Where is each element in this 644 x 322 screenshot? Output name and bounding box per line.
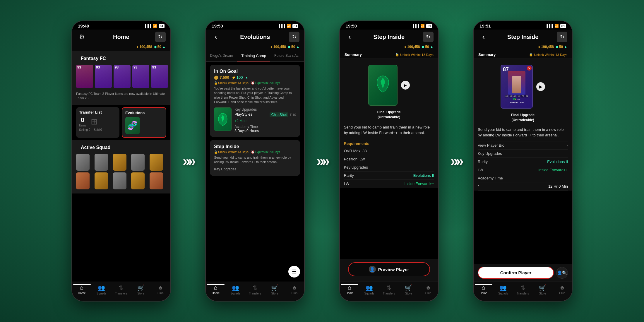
scroll-content-2: In On Goal ⬤ 7,500 ⚡ 100 ▲ (206, 62, 304, 282)
lock-icon-3: 🔓 (395, 53, 399, 56)
bottom-nav-4: ⌂ Home 👥 Squads ⇅ Transfers 🛒 Store ♣ (474, 282, 572, 301)
phones-container: 19:49 ▐▐▐ 📶 61 ⚙ Home ↻ ● 190,458 ◆ (71, 20, 573, 302)
key-upgrades-key: Key Upgrades (478, 151, 502, 156)
currency-bar-3: ● 190,458 ◆ 50 ▲ (340, 44, 438, 51)
nav-bar-1: ⚙ Home ↻ (72, 30, 170, 44)
back-icon-2[interactable]: ‹ (210, 32, 221, 42)
preview-btn-container: 👤 Preview Player (340, 259, 438, 282)
lock-icon-4: 🔓 (529, 53, 533, 56)
nav-squads-3[interactable]: 👥 Squads (359, 284, 379, 295)
nav-club-2[interactable]: ♣ Club (285, 284, 304, 295)
nav-club-1[interactable]: ♣ Club (151, 284, 170, 295)
battery-icon-2: 61 (292, 24, 298, 28)
player-card-2: 93 (114, 65, 131, 88)
refresh-icon-1[interactable]: ↻ (155, 32, 166, 42)
squad-p-10 (150, 172, 163, 189)
upgrades-label-1: Key Upgrades (234, 107, 296, 112)
evolutions-card[interactable]: Evolutions 🧬 (122, 107, 166, 138)
status-icons-1: ▐▐▐ 📶 61 (144, 24, 165, 28)
nav-home-4[interactable]: ⌂ Home (474, 284, 493, 295)
card-showcase-4: ✕ 87 88 90 88 91 70 84 (474, 59, 572, 113)
refresh-icon-4[interactable]: ↻ (557, 32, 567, 42)
refresh-icon-2[interactable]: ↻ (289, 32, 299, 42)
step-content-3: Send your kid to camp and train them in … (340, 123, 438, 188)
status-icons-4: ▐▐▐ 📶 61 (545, 24, 566, 28)
nav-home-3[interactable]: ⌂ Home (340, 284, 359, 295)
evolutions-icon: 🧬 (125, 117, 140, 134)
refresh-icon-3[interactable]: ↻ (423, 32, 434, 42)
confirm-player-button[interactable]: Confirm Player (478, 267, 554, 279)
squads-label-2: Squads (230, 292, 240, 295)
coin-icon-2: ● (270, 45, 272, 49)
dna-icon: 🧬 (127, 121, 138, 130)
lock-icon-1: 🔓 (214, 81, 217, 85)
coin-icon-3: ● (404, 45, 406, 49)
scroll-content-4: Send your kid to camp and train them in … (474, 125, 572, 264)
summary-label-3: Summary (345, 52, 362, 57)
status-time-3: 19:50 (346, 23, 357, 28)
nav-club-3[interactable]: ♣ Club (419, 284, 438, 295)
unlock-badge-3: 🔓 Unlock Within: 13 Days (395, 53, 434, 56)
nav-bar-4: ‹ Step Inside ↻ (474, 30, 572, 44)
nav-store-2[interactable]: 🛒 Store (265, 284, 285, 295)
play-btn-3[interactable]: ▶ (401, 81, 410, 90)
stat-def: 70 (521, 95, 525, 97)
transfer-card[interactable]: Transfer List 0 Items ⊞ Selling 0 Sold 0 (76, 107, 119, 138)
tab-training-camp[interactable]: Training Camp (237, 51, 270, 61)
nav-store-1[interactable]: 🛒 Store (131, 284, 151, 295)
coin-amount-3: ● 190,458 (404, 45, 420, 49)
nav-squads-2[interactable]: 👥 Squads (226, 284, 245, 295)
squads-label-1: Squads (97, 292, 107, 295)
nav-squads-4[interactable]: 👥 Squads (493, 284, 513, 295)
view-bio-row[interactable]: View Player Bio › (478, 141, 568, 150)
tab-future-stars[interactable]: Future Stars Ac... (270, 51, 304, 61)
points-icon: ⚡ (232, 76, 236, 80)
squads-icon-2: 👥 (232, 284, 239, 291)
page-title-2: Evolutions (221, 34, 289, 40)
status-bar-1: 19:49 ▐▐▐ 📶 61 (72, 21, 170, 30)
stat-sho: 90 (509, 95, 512, 97)
nav-club-4[interactable]: ♣ Club (552, 284, 572, 295)
nav-transfers-1[interactable]: ⇅ Transfers (111, 284, 131, 295)
tab-diegos-dream[interactable]: Diego's Dream (206, 51, 237, 61)
store-label-2: Store (271, 292, 278, 295)
currency-bar-1: ● 190,458 ◆ 50 ▲ (72, 44, 170, 51)
stat-pas: 88 (513, 95, 516, 97)
transfers-icon-3: ⇅ (386, 284, 391, 291)
search-player-button[interactable]: 👤🔍 (556, 267, 568, 279)
wifi-icon-3: 📶 (420, 24, 425, 28)
nav-home-2[interactable]: ⌂ Home (206, 284, 225, 295)
player-body (512, 76, 521, 93)
player-name-card: Samuel Lino (510, 101, 524, 104)
nav-store-4[interactable]: 🛒 Store (533, 284, 552, 295)
evo-title-2: Step Inside (214, 144, 296, 149)
gear-icon[interactable]: ⚙ (77, 32, 87, 42)
back-icon-4[interactable]: ‹ (478, 32, 489, 42)
nav-transfers-3[interactable]: ⇅ Transfers (379, 284, 399, 295)
nav-home-1[interactable]: ⌂ Home (72, 284, 92, 295)
preview-player-button[interactable]: 👤 Preview Player (348, 262, 430, 276)
nav-transfers-2[interactable]: ⇅ Transfers (245, 284, 265, 295)
lw-val: Inside Forward++ (405, 181, 434, 186)
arrow-1: »» (183, 154, 193, 168)
transfers-label-1: Transfers (115, 292, 127, 295)
req-row-pos: Position: LW (344, 155, 434, 163)
transfer-items-num: 0 (79, 116, 86, 124)
upgrades-label-2: Key Upgrades (214, 167, 296, 171)
transfers-icon-1: ⇅ (119, 284, 124, 291)
evo-card-2: Step Inside 🔓 Unlock Within: 13 Days ⏰ E… (210, 140, 300, 176)
evo-card-1: In On Goal ⬤ 7,500 ⚡ 100 ▲ (210, 65, 300, 137)
status-icons-3: ▐▐▐ 📶 61 (412, 24, 432, 28)
phone-4: 19:51 ▐▐▐ 📶 61 ‹ Step Inside ↻ ● 190,458… (473, 20, 573, 302)
home-label-1: Home (78, 292, 86, 295)
nav-squads-1[interactable]: 👥 Squads (92, 284, 111, 295)
fc-icon-2: ◆ (288, 45, 290, 49)
evo-timers-2: 🔓 Unlock Within: 13 Days ⏰ Expires in: 2… (214, 150, 296, 154)
nav-store-3[interactable]: 🛒 Store (399, 284, 418, 295)
evo-title-1: In On Goal (214, 69, 296, 74)
flags-row: 🇧🇷 LW (513, 98, 520, 101)
back-icon-3[interactable]: ‹ (345, 32, 355, 42)
nav-transfers-4[interactable]: ⇅ Transfers (513, 284, 532, 295)
fantasy-title: Fantasy FC (76, 54, 166, 63)
play-btn-4[interactable]: ▶ (536, 82, 545, 91)
